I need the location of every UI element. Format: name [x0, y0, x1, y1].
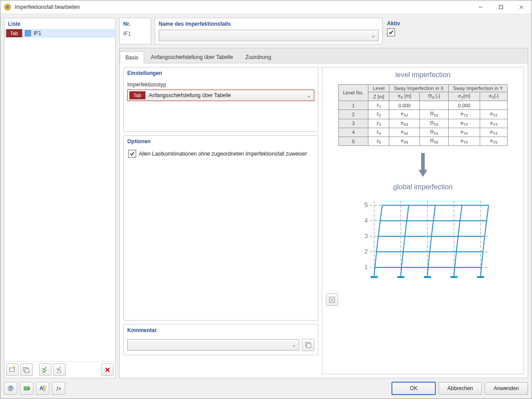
einstellungen-header: Einstellungen — [124, 67, 318, 78]
tab-strip: Basis Anfangsschiefstellung über Tabelle… — [120, 48, 528, 63]
tab-zuordnung[interactable]: Zuordnung — [240, 51, 277, 63]
check-reset-button[interactable] — [53, 364, 66, 376]
aktiv-header: Aktiv — [386, 18, 528, 28]
list-item[interactable]: Tab IF1 — [4, 29, 115, 38]
svg-text:✶: ✶ — [12, 366, 16, 369]
ok-button[interactable]: OK — [391, 382, 436, 395]
footer-left: ? 0,00 A ƒx — [4, 382, 65, 395]
preview-options-button[interactable] — [326, 293, 338, 306]
liste-body: Tab IF1 — [4, 29, 115, 361]
content-area: Liste Tab IF1 ✶ ✕ N — [0, 14, 532, 378]
preview-global-diagram: 54 32 1 — [352, 196, 494, 286]
col-swayy: Sway Imperfection in Y — [448, 85, 507, 92]
kommentar-group: Kommentar ⌄ — [123, 324, 318, 355]
tab-badge: Tab — [129, 91, 145, 99]
close-button[interactable] — [511, 0, 532, 14]
svg-marker-13 — [419, 170, 427, 177]
preview-title-global: global imperfection — [326, 183, 520, 191]
optionen-header: Optionen — [124, 136, 318, 146]
tab-body: Einstellungen Imperfektionstyp Tab Anfan… — [120, 63, 528, 378]
minimize-button[interactable] — [470, 0, 491, 14]
preview-title-level: level imperfection — [326, 71, 520, 79]
preview-panel: level imperfection Level No. Level Sway … — [322, 67, 524, 374]
svg-rect-9 — [25, 369, 29, 372]
svg-text:3: 3 — [364, 232, 368, 239]
einstellungen-group: Einstellungen Imperfektionstyp Tab Anfan… — [123, 67, 318, 132]
aktiv-panel: Aktiv — [386, 18, 528, 44]
col-z: Z [m] — [368, 92, 389, 101]
svg-text:4: 4 — [364, 217, 368, 224]
delete-button[interactable]: ✕ — [101, 364, 113, 376]
col-thy: eY[-] — [480, 92, 508, 101]
svg-text:?: ? — [9, 386, 12, 391]
svg-text:1: 1 — [364, 263, 368, 270]
chevron-down-icon: ⌄ — [371, 32, 376, 39]
dialog-window: Imperfektionsfall bearbeiten Liste Tab I… — [0, 0, 532, 399]
left-half: Einstellungen Imperfektionstyp Tab Anfan… — [123, 67, 318, 374]
name-header: Name des Imperfektionsfalls — [155, 18, 382, 29]
tab-anfangsschiefstellung[interactable]: Anfangsschiefstellung über Tabelle — [145, 51, 239, 63]
cancel-button[interactable]: Abbrechen — [438, 382, 482, 395]
formula-button[interactable]: ƒx — [52, 382, 65, 395]
col-swayx: Sway Imperfection in X — [389, 85, 449, 92]
table-row: 2z2eX2ΘX2eY2eY2 — [338, 110, 508, 119]
tab-basis[interactable]: Basis — [120, 51, 144, 63]
aktiv-checkbox[interactable] — [387, 28, 395, 36]
svg-rect-3 — [499, 5, 503, 9]
svg-point-1 — [6, 6, 9, 8]
col-levelno: Level No. — [338, 85, 368, 101]
titlebar: Imperfektionsfall bearbeiten — [0, 0, 532, 14]
check-apply-button[interactable] — [39, 364, 51, 376]
table-row: 5z5eX5ΘX5eY5eY5 — [338, 137, 508, 145]
item-color-swatch — [25, 30, 31, 36]
col-ex: eX [m] — [389, 92, 420, 101]
imperfektionstyp-label: Imperfektionstyp — [127, 82, 314, 88]
tab-badge: Tab — [6, 29, 22, 37]
col-thx: ΘX [-] — [420, 92, 449, 101]
kommentar-library-button[interactable] — [302, 339, 314, 351]
top-row: Nr. IF1 Name des Imperfektionsfalls ⌄ Ak… — [119, 18, 528, 44]
kommentar-header: Kommentar — [124, 325, 318, 335]
liste-footer: ✶ ✕ — [4, 361, 115, 378]
arrow-down-icon — [326, 151, 520, 178]
nr-header: Nr. — [120, 18, 151, 29]
assign-all-checkbox[interactable] — [128, 150, 136, 158]
right-column: Nr. IF1 Name des Imperfektionsfalls ⌄ Ak… — [119, 18, 528, 378]
name-panel: Name des Imperfektionsfalls ⌄ — [155, 18, 383, 44]
svg-text:5: 5 — [364, 201, 368, 208]
copy-item-button[interactable] — [20, 364, 33, 376]
app-icon — [4, 4, 11, 11]
imperfektionstyp-combobox[interactable]: Tab Anfangsschiefstellung über Tabelle ⌄ — [127, 90, 314, 101]
maximize-button[interactable] — [491, 0, 511, 14]
liste-panel: Liste Tab IF1 ✶ ✕ — [4, 18, 116, 378]
imperfektionstyp-value: Anfangsschiefstellung über Tabelle — [149, 92, 231, 98]
font-button[interactable]: A — [36, 382, 49, 395]
optionen-group: Optionen Allen Lastkombinationen ohne zu… — [123, 135, 318, 321]
apply-button[interactable]: Anwenden — [485, 382, 528, 395]
new-item-button[interactable]: ✶ — [6, 364, 19, 376]
chevron-down-icon: ⌄ — [307, 92, 311, 98]
units-button[interactable]: 0,00 — [20, 382, 33, 395]
main-panel: Basis Anfangsschiefstellung über Tabelle… — [119, 48, 528, 378]
svg-rect-11 — [307, 344, 311, 348]
assign-all-label: Allen Lastkombinationen ohne zugeordnete… — [139, 151, 307, 157]
chevron-down-icon: ⌄ — [292, 342, 296, 348]
window-title: Imperfektionsfall bearbeiten — [15, 4, 80, 10]
preview-level-table: Level No. Level Sway Imperfection in X S… — [338, 84, 508, 146]
table-row: 4z4eX4ΘX4eY4eY4 — [338, 128, 508, 137]
footer-bar: ? 0,00 A ƒx OK Abbrechen Anwenden — [0, 378, 532, 399]
table-row: 3z3eX3ΘX3eY3eY3 — [338, 119, 508, 128]
col-ey: eY[m] — [448, 92, 480, 101]
nr-value: IF1 — [120, 29, 151, 39]
svg-rect-45 — [43, 386, 45, 391]
svg-text:0,00: 0,00 — [24, 387, 30, 390]
svg-text:2: 2 — [364, 248, 368, 255]
right-half: level imperfection Level No. Level Sway … — [322, 67, 524, 374]
name-combobox[interactable]: ⌄ — [159, 30, 379, 41]
list-item-label: IF1 — [34, 30, 41, 36]
kommentar-combobox[interactable]: ⌄ — [127, 339, 299, 351]
help-button[interactable]: ? — [4, 382, 17, 395]
nr-panel: Nr. IF1 — [119, 18, 151, 44]
liste-header: Liste — [4, 18, 115, 29]
option-row: Allen Lastkombinationen ohne zugeordnete… — [127, 150, 314, 158]
